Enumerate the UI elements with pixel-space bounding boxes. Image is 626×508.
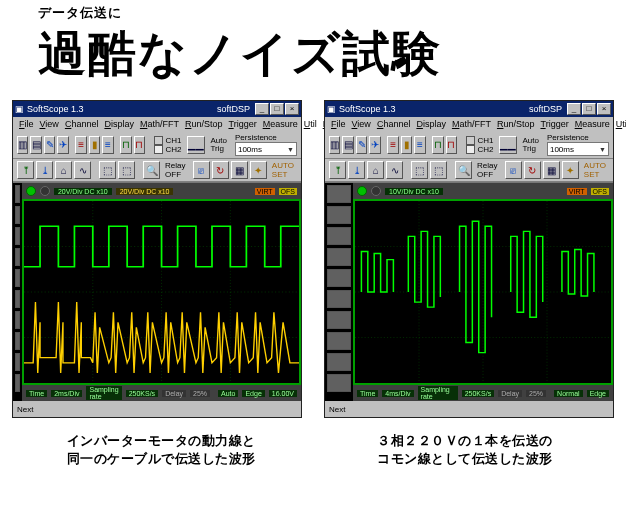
status-next[interactable]: Next [17, 405, 33, 414]
timediv[interactable]: 2ms/Div [51, 390, 82, 397]
window-titlebar[interactable]: ▣ SoftScope 1.3 softDSP _ □ × [13, 101, 301, 117]
edge-fall-icon[interactable]: ⤓ [348, 161, 365, 179]
zoom-btn[interactable]: 🔍 [455, 161, 472, 179]
menu-display[interactable]: Display [416, 119, 446, 129]
menu-channel[interactable]: Channel [65, 119, 99, 129]
trigger-btn[interactable]: ∿ [74, 161, 91, 179]
minimize-button[interactable]: _ [567, 103, 581, 115]
toolbar-btn[interactable]: ▥ [17, 136, 28, 154]
side-btn[interactable] [327, 269, 351, 287]
menu-channel[interactable]: Channel [377, 119, 411, 129]
waveform-btn[interactable]: ▁▁ [187, 136, 205, 154]
maximize-button[interactable]: □ [270, 103, 284, 115]
trigger-btn[interactable]: ⌂ [55, 161, 72, 179]
toolbar-btn[interactable]: ▮ [89, 136, 100, 154]
toolbar-btn[interactable]: ≡ [75, 136, 86, 154]
menu-mathfft[interactable]: Math/FFT [140, 119, 179, 129]
side-btn[interactable] [327, 332, 351, 350]
ch1-scale[interactable]: 20V/Div DC x10 [54, 188, 112, 195]
ch2-scale[interactable]: 20V/Div DC x10 [116, 188, 174, 195]
side-btn[interactable] [15, 227, 20, 245]
menu-measure[interactable]: Measure [575, 119, 610, 129]
trigger-btn[interactable]: ∿ [386, 161, 403, 179]
menu-view[interactable]: View [40, 119, 59, 129]
window-titlebar[interactable]: ▣ SoftScope 1.3 softDSP _ □ × [325, 101, 613, 117]
menu-file[interactable]: File [331, 119, 346, 129]
side-btn[interactable] [15, 374, 20, 392]
menu-util[interactable]: Util [304, 119, 317, 129]
cursor-btn[interactable]: ⬚ [118, 161, 135, 179]
side-btn[interactable] [15, 269, 20, 287]
toolbar-btn[interactable]: ↻ [212, 161, 229, 179]
persistence-dropdown[interactable]: 100ms ▼ [235, 142, 297, 156]
trigger-auto[interactable]: Auto [218, 390, 238, 397]
close-button[interactable]: × [597, 103, 611, 115]
menu-trigger[interactable]: Trigger [540, 119, 568, 129]
toolbar-btn[interactable]: ▦ [231, 161, 248, 179]
side-btn[interactable] [327, 206, 351, 224]
side-btn[interactable] [15, 206, 20, 224]
toolbar-btn[interactable]: ⎚ [505, 161, 522, 179]
toolbar-btn[interactable]: ≡ [102, 136, 113, 154]
toolbar-btn[interactable]: ✎ [356, 136, 367, 154]
menu-runstop[interactable]: Run/Stop [497, 119, 535, 129]
toolbar-btn[interactable]: ✎ [44, 136, 55, 154]
side-btn[interactable] [15, 311, 20, 329]
toolbar-btn[interactable]: ▦ [543, 161, 560, 179]
close-button[interactable]: × [285, 103, 299, 115]
pulse-icon[interactable]: ⊓ [432, 136, 443, 154]
toolbar-btn[interactable]: ▤ [30, 136, 41, 154]
toolbar-btn[interactable]: ✦ [562, 161, 579, 179]
side-btn[interactable] [15, 353, 20, 371]
trigger-mode[interactable]: Normal [554, 390, 583, 397]
edge-rise-icon[interactable]: ⤒ [329, 161, 346, 179]
trigger-edge[interactable]: Edge [242, 390, 264, 397]
run-indicator-icon[interactable] [26, 186, 36, 196]
side-btn[interactable] [327, 185, 351, 203]
toolbar-btn[interactable]: ≡ [387, 136, 398, 154]
run-indicator-icon[interactable] [357, 186, 367, 196]
trigger-level[interactable]: 16.00V [269, 390, 297, 397]
edge-fall-icon[interactable]: ⤓ [36, 161, 53, 179]
menu-trigger[interactable]: Trigger [228, 119, 256, 129]
zoom-btn[interactable]: 🔍 [143, 161, 160, 179]
side-btn[interactable] [327, 353, 351, 371]
edge-rise-icon[interactable]: ⤒ [17, 161, 34, 179]
toolbar-btn[interactable]: ≡ [414, 136, 425, 154]
side-btn[interactable] [15, 248, 20, 266]
waveform-btn[interactable]: ▁▁ [499, 136, 517, 154]
toolbar-btn[interactable]: ✈ [369, 136, 380, 154]
ch1-checkbox[interactable] [154, 136, 163, 145]
pulse-icon[interactable]: ⊓ [446, 136, 457, 154]
waveform-display[interactable] [22, 199, 301, 385]
menu-view[interactable]: View [352, 119, 371, 129]
ch2-checkbox[interactable] [154, 145, 163, 154]
toolbar-btn[interactable]: ↻ [524, 161, 541, 179]
side-btn[interactable] [15, 185, 20, 203]
pulse-icon[interactable]: ⊓ [134, 136, 145, 154]
menu-file[interactable]: File [19, 119, 34, 129]
toolbar-btn[interactable]: ✈ [57, 136, 68, 154]
menu-util[interactable]: Util [616, 119, 626, 129]
timediv[interactable]: 4ms/Div [382, 390, 413, 397]
side-btn[interactable] [15, 332, 20, 350]
menu-measure[interactable]: Measure [263, 119, 298, 129]
persistence-dropdown[interactable]: 100ms ▼ [547, 142, 609, 156]
trigger-edge[interactable]: Edge [587, 390, 609, 397]
cursor-btn[interactable]: ⬚ [411, 161, 428, 179]
pulse-icon[interactable]: ⊓ [120, 136, 131, 154]
side-btn[interactable] [327, 248, 351, 266]
waveform-display[interactable] [353, 199, 613, 385]
side-btn[interactable] [15, 290, 20, 308]
stop-indicator-icon[interactable] [371, 186, 381, 196]
cursor-btn[interactable]: ⬚ [99, 161, 116, 179]
ch1-checkbox[interactable] [466, 136, 475, 145]
side-btn[interactable] [327, 374, 351, 392]
maximize-button[interactable]: □ [582, 103, 596, 115]
menu-mathfft[interactable]: Math/FFT [452, 119, 491, 129]
minimize-button[interactable]: _ [255, 103, 269, 115]
ch1-scale[interactable]: 10V/Div DC x10 [385, 188, 443, 195]
trigger-btn[interactable]: ⌂ [367, 161, 384, 179]
toolbar-btn[interactable]: ▤ [342, 136, 353, 154]
toolbar-btn[interactable]: ⎚ [193, 161, 210, 179]
